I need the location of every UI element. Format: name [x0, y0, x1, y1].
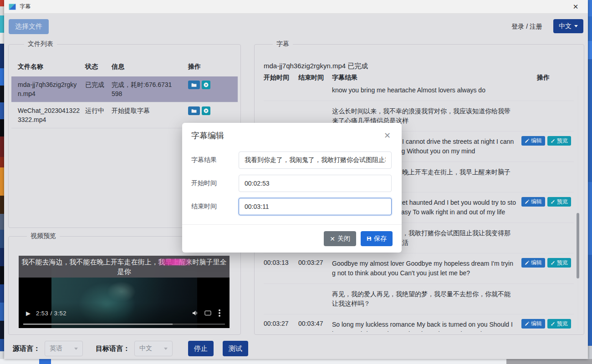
app-window: 字幕 ✕ 选择文件 登录 / 注册 中文 文件列表 文件名称 状态 信息 操作 …: [4, 0, 588, 359]
subtitle-result-input[interactable]: [239, 152, 392, 169]
subtitle-edit-dialog: 字幕编辑 ✕ 字幕结果 开始时间 结束时间 ✕ 关闭: [182, 123, 402, 253]
taskbar-item: [39, 359, 51, 364]
subtitle-result-label: 字幕结果: [191, 156, 239, 164]
titlebar: 字幕 ✕: [4, 0, 588, 14]
desktop-edge-right: [588, 0, 592, 364]
app-icon: [9, 4, 16, 10]
taskbar-item: [506, 359, 592, 364]
window-title: 字幕: [20, 3, 31, 10]
dialog-close-icon[interactable]: ✕: [381, 130, 393, 141]
start-time-input[interactable]: [239, 175, 392, 192]
screen: 字幕 ✕ 选择文件 登录 / 注册 中文 文件列表 文件名称 状态 信息 操作 …: [0, 0, 592, 364]
start-time-label: 开始时间: [191, 179, 239, 187]
end-time-input[interactable]: [239, 198, 392, 215]
save-button[interactable]: 保存: [361, 231, 393, 246]
window-close-button[interactable]: ✕: [568, 0, 583, 13]
save-icon: [367, 236, 372, 241]
desktop-edge-bottom: [0, 359, 592, 364]
close-icon: ✕: [330, 235, 335, 243]
close-button[interactable]: ✕ 关闭: [324, 231, 356, 246]
desktop-edge-left: [0, 0, 4, 364]
end-time-label: 结束时间: [191, 202, 239, 211]
dialog-title: 字幕编辑: [191, 130, 224, 141]
